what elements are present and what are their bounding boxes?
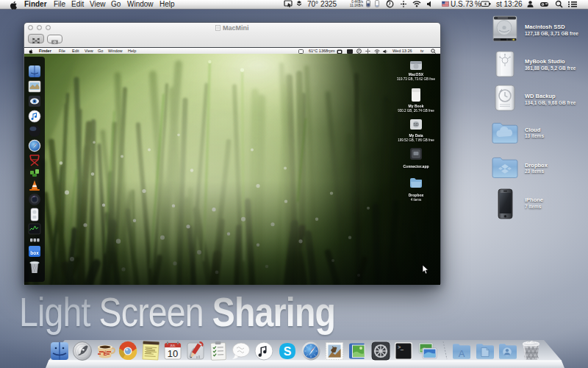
svg-text:S: S [284, 345, 292, 358]
svg-text:>_: >_ [398, 344, 404, 350]
svg-text:10: 10 [168, 348, 178, 359]
svg-text:A: A [459, 348, 465, 359]
svg-text:É: É [104, 350, 107, 356]
svg-text:box: box [30, 250, 39, 255]
svg-text:SD: SD [414, 122, 419, 127]
svg-text:JUL: JUL [170, 344, 176, 347]
